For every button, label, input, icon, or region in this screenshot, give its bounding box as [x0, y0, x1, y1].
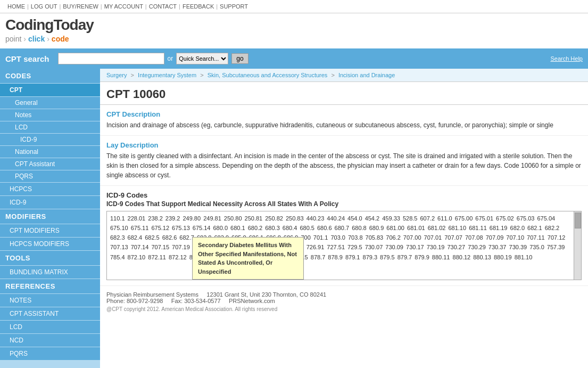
sidebar-item-cpt-assistant[interactable]: CPT Assistant	[0, 158, 100, 170]
tooltip-box: Secondary Diabetes Mellitus With Other S…	[192, 237, 304, 280]
sidebar-item-ref-ncd[interactable]: NCD	[0, 334, 100, 347]
search-help-link[interactable]: Search Help	[550, 55, 583, 62]
sidebar-item-icd9[interactable]: ICD-9	[0, 134, 100, 145]
breadcrumb-surgery[interactable]: Surgery	[106, 72, 127, 78]
sidebar: CODES CPT General Notes LCD ICD-9 Nation…	[0, 69, 100, 368]
nav-support[interactable]: SUPPORT	[220, 3, 248, 10]
lay-description-section: Lay Description The site is gently clean…	[100, 136, 588, 186]
cpt-description-section: CPT Description Incision and drainage of…	[100, 105, 588, 136]
nav-feedback[interactable]: FEEDBACK	[183, 3, 214, 10]
scrollbar[interactable]	[574, 211, 581, 280]
logo-area: CodingToday point › click › code	[0, 13, 588, 48]
nav-home[interactable]: HOME	[7, 3, 25, 10]
sidebar-item-hcpcs[interactable]: HCPCS	[0, 183, 100, 195]
logo-code: code	[52, 35, 69, 43]
sidebar-item-national[interactable]: National	[0, 146, 100, 158]
icd9-subheading: ICD-9 Codes That Support Medical Necessi…	[106, 200, 582, 208]
icd9-codes-text: 110.1 228.01 238.2 239.2 249.80 249.81 2…	[110, 214, 578, 262]
footer-phone: Phone: 800-972-9298	[106, 298, 163, 304]
nav-my-account[interactable]: MY ACCOUNT	[104, 3, 143, 10]
logo-point: point	[5, 35, 21, 43]
top-navigation: HOME | LOG OUT | BUY/RENEW | MY ACCOUNT …	[0, 0, 588, 13]
logo-subtitle: point › click › code	[5, 35, 583, 43]
footer-copyright: @CPT copyright 2012. American Medical As…	[106, 306, 582, 312]
search-label: CPT search	[5, 54, 49, 63]
codes-section-header: CODES	[0, 69, 100, 83]
cpt-description-heading: CPT Description	[106, 110, 582, 118]
cpt-description-text: Incision and drainage of abscess (eg, ca…	[106, 120, 582, 130]
sidebar-item-pqrs[interactable]: PQRS	[0, 170, 100, 182]
sidebar-item-lcd[interactable]: LCD	[0, 121, 100, 133]
sidebar-item-ref-notes[interactable]: NOTES	[0, 294, 100, 307]
go-button[interactable]: go	[231, 53, 248, 64]
icd9-section: ICD-9 Codes ICD-9 Codes That Support Med…	[100, 186, 588, 285]
content-footer: Physician Reimbursement Systems 12301 Gr…	[100, 285, 588, 317]
references-section-header: REFERENCES	[0, 279, 100, 293]
sidebar-item-bundling-matrix[interactable]: BUNDLING MATRIX	[0, 266, 100, 279]
lay-description-heading: Lay Description	[106, 141, 582, 149]
footer-website[interactable]: PRSNetwork.com	[229, 298, 275, 304]
footer-company-name: Physician Reimbursement Systems	[106, 291, 198, 298]
icd9-code-table[interactable]: 110.1 228.01 238.2 239.2 249.80 249.81 2…	[106, 211, 582, 280]
nav-contact[interactable]: CONTACT	[149, 3, 177, 10]
cpt-code-title: CPT 10060	[106, 87, 582, 101]
sidebar-item-cpt[interactable]: CPT	[0, 84, 100, 96]
footer-address: 12301 Grant St, Unit 230 Thornton, CO 80…	[206, 291, 326, 298]
sidebar-item-ref-pqrs[interactable]: PQRS	[0, 347, 100, 360]
sidebar-item-general[interactable]: General	[0, 97, 100, 109]
sidebar-item-cpt-modifiers[interactable]: CPT MODIFIERS	[0, 224, 100, 237]
sidebar-item-notes[interactable]: Notes	[0, 109, 100, 121]
icd9-heading: ICD-9 Codes	[106, 191, 582, 199]
modifiers-section-header: MODIFIERS	[0, 209, 100, 224]
search-bar: CPT search or Quick Search... go Search …	[0, 48, 588, 69]
cpt-title-area: CPT 10060	[100, 82, 588, 105]
sidebar-item-ref-lcd[interactable]: LCD	[0, 321, 100, 333]
footer-fax: Fax: 303-534-0577	[171, 298, 221, 304]
content-area: Surgery > Integumentary System > Skin, S…	[100, 69, 588, 368]
breadcrumb-incision[interactable]: Incision and Drainage	[338, 72, 395, 78]
breadcrumb-integumentary[interactable]: Integumentary System	[138, 72, 196, 78]
quick-search-select[interactable]: Quick Search...	[176, 53, 228, 64]
or-text: or	[168, 55, 173, 62]
footer-company: Physician Reimbursement Systems 12301 Gr…	[106, 291, 582, 298]
tools-section-header: TOOLS	[0, 251, 100, 265]
lay-description-text: The site is gently cleaned with a disinf…	[106, 151, 582, 180]
sidebar-item-ref-cpt-assistant[interactable]: CPT ASSISTANT	[0, 307, 100, 320]
scrollbar-thumb[interactable]	[575, 212, 581, 228]
app-title: CodingToday	[5, 17, 583, 34]
breadcrumb-skin[interactable]: Skin, Subcutaneous and Accessory Structu…	[208, 72, 328, 78]
search-input[interactable]	[58, 53, 164, 64]
nav-logout[interactable]: LOG OUT	[31, 3, 57, 10]
sidebar-item-icd9-main[interactable]: ICD-9	[0, 196, 100, 209]
footer-contact: Phone: 800-972-9298 Fax: 303-534-0577 PR…	[106, 298, 582, 304]
breadcrumb: Surgery > Integumentary System > Skin, S…	[100, 69, 588, 82]
sidebar-item-hcpcs-modifiers[interactable]: HCPCS MODIFIERS	[0, 238, 100, 250]
nav-buy-renew[interactable]: BUY/RENEW	[63, 3, 98, 10]
main-layout: CODES CPT General Notes LCD ICD-9 Nation…	[0, 69, 588, 368]
logo-click: click	[28, 35, 45, 43]
